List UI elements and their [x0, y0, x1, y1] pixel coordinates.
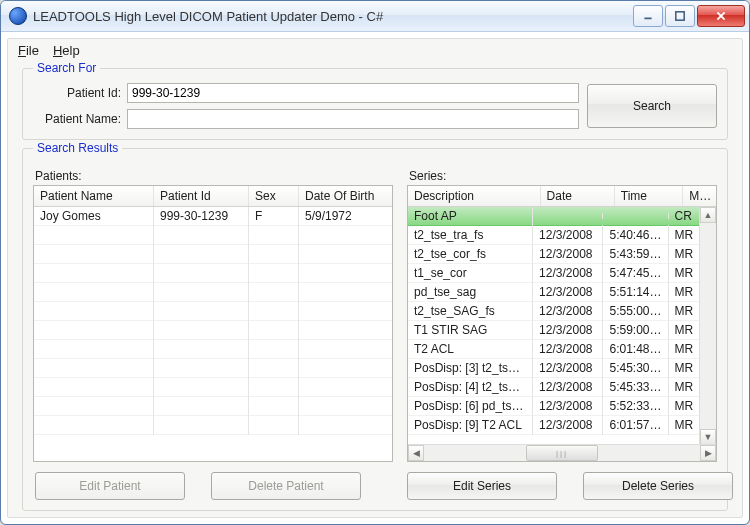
cell: 12/3/2008 [533, 358, 603, 378]
cell: 5:45:33.00 [603, 377, 668, 397]
patient-name-input[interactable] [127, 109, 579, 129]
table-row[interactable] [34, 226, 392, 245]
series-listview[interactable]: DescriptionDateTimeMod Foot APCRt2_tse_t… [407, 185, 717, 462]
scroll-left-icon[interactable]: ◀ [408, 445, 424, 461]
table-row[interactable] [34, 283, 392, 302]
patients-label: Patients: [35, 169, 393, 183]
cell: t2_tse_SAG_fs [408, 301, 533, 321]
maximize-button[interactable] [665, 5, 695, 27]
cell: 12/3/2008 [533, 244, 603, 264]
cell: MR [669, 377, 700, 397]
cell: 5:51:14.00 [603, 282, 668, 302]
cell: MR [669, 320, 700, 340]
scroll-down-icon[interactable]: ▼ [700, 429, 716, 445]
series-column-header[interactable]: Time [615, 186, 684, 206]
table-row[interactable]: t1_se_cor12/3/20085:47:45.00MR [408, 264, 700, 283]
window-title: LEADTOOLS High Level DICOM Patient Updat… [33, 9, 633, 24]
table-row[interactable]: PosDisp: [6] pd_tse_sag12/3/20085:52:33.… [408, 397, 700, 416]
table-row[interactable]: T1 STIR SAG12/3/20085:59:00.00MR [408, 321, 700, 340]
cell: 12/3/2008 [533, 320, 603, 340]
search-button[interactable]: Search [587, 84, 717, 128]
patient-id-input[interactable] [127, 83, 579, 103]
cell: 5:43:59.00 [603, 244, 668, 264]
cell: 5:55:00.00 [603, 301, 668, 321]
app-window: LEADTOOLS High Level DICOM Patient Updat… [0, 0, 750, 525]
cell: 12/3/2008 [533, 339, 603, 359]
patients-listview[interactable]: Patient NamePatient IdSexDate Of Birth J… [33, 185, 393, 462]
patients-column-header[interactable]: Date Of Birth [299, 186, 392, 206]
cell: T2 ACL [408, 339, 533, 359]
scroll-right-icon[interactable]: ▶ [700, 445, 716, 461]
cell: 5:59:00.00 [603, 320, 668, 340]
menu-help[interactable]: Help [53, 43, 80, 58]
table-row[interactable] [34, 378, 392, 397]
table-row[interactable]: PosDisp: [3] t2_tse_tra_fs12/3/20085:45:… [408, 359, 700, 378]
edit-series-button[interactable]: Edit Series [407, 472, 557, 500]
cell: PosDisp: [9] T2 ACL [408, 415, 533, 435]
table-row[interactable]: t2_tse_tra_fs12/3/20085:40:46.00MR [408, 226, 700, 245]
cell: MR [669, 396, 700, 416]
titlebar[interactable]: LEADTOOLS High Level DICOM Patient Updat… [1, 1, 749, 32]
table-row[interactable] [34, 264, 392, 283]
close-button[interactable] [697, 5, 745, 27]
series-column-header[interactable]: Date [541, 186, 615, 206]
cell: PosDisp: [3] t2_tse_tra_fs [408, 358, 533, 378]
cell: MR [669, 244, 700, 264]
series-column-header[interactable]: Description [408, 186, 541, 206]
delete-series-button[interactable]: Delete Series [583, 472, 733, 500]
table-row[interactable] [34, 321, 392, 340]
cell: t1_se_cor [408, 263, 533, 283]
table-row[interactable]: PosDisp: [9] T2 ACL12/3/20086:01:57.00MR [408, 416, 700, 435]
series-label: Series: [409, 169, 717, 183]
table-row[interactable] [34, 359, 392, 378]
table-row[interactable]: Foot APCR [408, 207, 700, 226]
table-row[interactable] [34, 340, 392, 359]
table-row[interactable]: t2_tse_cor_fs12/3/20085:43:59.00MR [408, 245, 700, 264]
cell: 999-30-1239 [154, 207, 249, 226]
table-row[interactable] [34, 416, 392, 435]
search-results-group: Search Results Patients: Patient NamePat… [22, 148, 728, 511]
delete-patient-button[interactable]: Delete Patient [211, 472, 361, 500]
table-row[interactable]: T2 ACL12/3/20086:01:48.00MR [408, 340, 700, 359]
series-vertical-scrollbar[interactable]: ▲ ▼ [699, 207, 716, 445]
table-row[interactable] [34, 397, 392, 416]
table-row[interactable]: t2_tse_SAG_fs12/3/20085:55:00.00MR [408, 302, 700, 321]
cell [533, 213, 603, 219]
cell: 12/3/2008 [533, 263, 603, 283]
cell [603, 213, 668, 219]
cell: 6:01:48.00 [603, 339, 668, 359]
cell: 12/3/2008 [533, 282, 603, 302]
table-row[interactable] [34, 302, 392, 321]
cell: 12/3/2008 [533, 225, 603, 245]
table-row[interactable]: Joy Gomes999-30-1239F5/9/1972 [34, 207, 392, 226]
menu-file[interactable]: File [18, 43, 39, 58]
patients-column-header[interactable]: Patient Id [154, 186, 249, 206]
search-results-legend: Search Results [33, 141, 122, 155]
minimize-button[interactable] [633, 5, 663, 27]
scrollbar-thumb[interactable] [526, 445, 598, 461]
cell: 12/3/2008 [533, 377, 603, 397]
series-column-header[interactable]: Mod [683, 186, 716, 206]
cell: MR [669, 225, 700, 245]
cell: MR [669, 263, 700, 283]
patients-column-header[interactable]: Sex [249, 186, 299, 206]
cell: 5/9/1972 [299, 207, 392, 226]
cell: 5:52:33.00 [603, 396, 668, 416]
cell: MR [669, 282, 700, 302]
table-row[interactable]: pd_tse_sag12/3/20085:51:14.00MR [408, 283, 700, 302]
cell: MR [669, 301, 700, 321]
table-row[interactable]: PosDisp: [4] t2_tse_cor_fs12/3/20085:45:… [408, 378, 700, 397]
patients-column-header[interactable]: Patient Name [34, 186, 154, 206]
cell: PosDisp: [4] t2_tse_cor_fs [408, 377, 533, 397]
patient-name-label: Patient Name: [33, 112, 127, 126]
edit-patient-button[interactable]: Edit Patient [35, 472, 185, 500]
table-row[interactable] [34, 245, 392, 264]
scroll-up-icon[interactable]: ▲ [700, 207, 716, 223]
cell: 5:40:46.00 [603, 225, 668, 245]
cell: t2_tse_cor_fs [408, 244, 533, 264]
cell: CR [669, 207, 700, 226]
series-horizontal-scrollbar[interactable]: ◀ ▶ [408, 444, 716, 461]
cell: MR [669, 339, 700, 359]
cell: Joy Gomes [34, 207, 154, 226]
cell: 12/3/2008 [533, 301, 603, 321]
